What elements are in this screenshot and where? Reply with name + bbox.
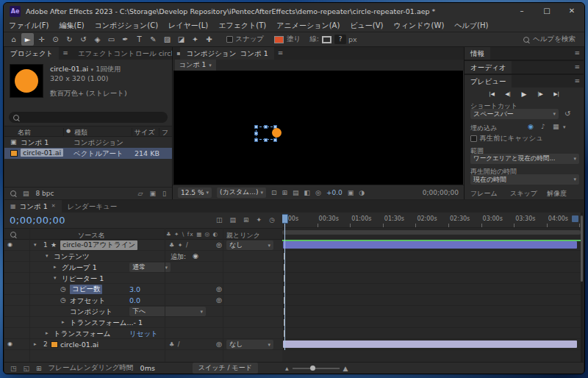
- tool-hand-icon[interactable]: ✛: [35, 33, 48, 46]
- panel-menu-icon[interactable]: ≡: [570, 47, 584, 60]
- property-value[interactable]: 0.0: [129, 296, 140, 304]
- timeline-row-9[interactable]: ▸トランスフォームリセット: [4, 328, 282, 339]
- minimize-button[interactable]: –: [509, 3, 534, 19]
- overlays-include-icon[interactable]: ▦: [553, 123, 559, 130]
- zoom-slider-thumb[interactable]: [310, 365, 315, 371]
- timeline-row-2[interactable]: ▾コンテンツ追加:◉: [4, 251, 282, 262]
- exposure-icon[interactable]: ◎: [315, 189, 321, 196]
- current-timecode[interactable]: 0;00;00;00: [10, 215, 65, 226]
- label-color-column-icon[interactable]: ●: [66, 128, 71, 134]
- expand-inout-icon[interactable]: ⊞: [36, 365, 42, 372]
- column-divider[interactable]: [132, 128, 132, 136]
- column-divider[interactable]: [159, 128, 159, 136]
- column-switches[interactable]: ♣ ✦ \ fx ▦ ◎ ◐: [166, 231, 218, 238]
- tool-pen-icon[interactable]: ✒: [119, 33, 132, 46]
- project-row-2[interactable]: circle-01.aiベクトルアート214 KB: [4, 148, 172, 159]
- menu-item-2[interactable]: 編集(E): [54, 19, 90, 32]
- current-time-indicator[interactable]: [284, 214, 285, 350]
- fill-color-swatch[interactable]: [274, 36, 284, 43]
- interpret-footage-icon[interactable]: ▤: [23, 190, 29, 197]
- stopwatch-icon[interactable]: ◷: [60, 296, 66, 304]
- chevron-down-icon[interactable]: ▾: [90, 67, 93, 73]
- show-snapshot-icon[interactable]: ◑: [359, 189, 365, 196]
- twirl-icon[interactable]: ▸: [46, 330, 49, 336]
- tool-eraser-icon[interactable]: ◪: [175, 33, 187, 46]
- project-search-input[interactable]: [9, 112, 168, 123]
- tab-render-queue[interactable]: レンダーキュー: [62, 200, 123, 213]
- tool-brush-icon[interactable]: ✎: [147, 33, 159, 46]
- mask-visibility-icon[interactable]: ▤: [293, 189, 299, 196]
- property-name[interactable]: コンテンツ: [54, 252, 90, 262]
- playhead-handle[interactable]: [282, 214, 288, 224]
- snapshot-icon[interactable]: ▣: [348, 189, 354, 196]
- snap-toggle[interactable]: スナップ: [226, 35, 264, 44]
- frame-blend-icon[interactable]: ⊞: [243, 216, 249, 224]
- selection-handle[interactable]: [254, 138, 258, 142]
- first-frame-button[interactable]: |◀: [486, 90, 498, 99]
- menu-item-3[interactable]: コンポジション(C): [90, 19, 163, 32]
- comp-timecode[interactable]: 0;00;00;00: [423, 189, 459, 196]
- menu-item-9[interactable]: ヘルプ(H): [449, 19, 493, 32]
- tab-info[interactable]: 情報: [465, 47, 490, 60]
- title-bar[interactable]: Ae Adobe After Effects 2023 - C:\Storage…: [4, 3, 584, 19]
- panel-menu-icon[interactable]: ≡: [570, 61, 584, 74]
- column-divider[interactable]: [63, 128, 64, 136]
- expand-layer-switches-icon[interactable]: ◳: [10, 365, 17, 372]
- property-name[interactable]: オフセット: [70, 296, 106, 306]
- tab-audio[interactable]: オーディオ: [465, 61, 512, 74]
- tool-shape-icon[interactable]: ▭: [105, 33, 118, 46]
- property-name[interactable]: グループ 1: [62, 263, 97, 273]
- twirl-icon[interactable]: ▸: [54, 264, 57, 270]
- zoom-dropdown[interactable]: 12.5 %▾: [178, 188, 212, 198]
- reset-link[interactable]: リセット: [129, 329, 158, 339]
- panel-menu-icon[interactable]: ≡: [570, 75, 584, 88]
- new-folder-icon[interactable]: ▱: [138, 190, 143, 197]
- cache-checkbox[interactable]: [470, 135, 477, 142]
- tab-preview[interactable]: プレビュー: [465, 75, 512, 88]
- motion-blur-icon[interactable]: ✦: [257, 216, 262, 224]
- timeline-row-10[interactable]: ◉▸2circle-01.ai♣ /◎なし▾: [4, 339, 282, 350]
- layer-duration-bar[interactable]: [283, 241, 577, 249]
- tool-clone-stamp-icon[interactable]: ▨: [161, 33, 173, 46]
- add-menu-icon[interactable]: ◉: [193, 252, 198, 260]
- property-name[interactable]: コピー数: [70, 285, 102, 294]
- tool-orbit-camera-icon[interactable]: ↻: [63, 33, 76, 46]
- layer-name[interactable]: circle-01.ai: [60, 340, 98, 349]
- play-button[interactable]: ▶: [518, 90, 530, 99]
- timeline-zoom-slider[interactable]: [293, 368, 340, 369]
- reset-icon[interactable]: ↺: [564, 110, 570, 118]
- video-include-eye-icon[interactable]: ◉: [528, 123, 534, 130]
- tool-roto-brush-icon[interactable]: ✦: [189, 33, 201, 46]
- maximize-button[interactable]: □: [534, 3, 559, 19]
- menu-item-6[interactable]: アニメーション(A): [271, 19, 345, 32]
- transparency-grid-icon[interactable]: ⊞: [282, 189, 287, 196]
- expand-transfer-controls-icon[interactable]: ◱: [24, 365, 30, 372]
- composition-viewport[interactable]: [173, 71, 463, 185]
- tool-pan-behind-icon[interactable]: ◈: [91, 33, 104, 46]
- pickwhip-icon[interactable]: ◎: [216, 296, 222, 304]
- close-button[interactable]: ✕: [559, 3, 584, 19]
- panel-menu-icon[interactable]: ≡: [59, 47, 72, 60]
- help-search-box[interactable]: ヘルプを検索: [523, 35, 581, 44]
- graph-editor-icon[interactable]: ◷: [269, 216, 275, 224]
- menu-item-4[interactable]: レイヤー(L): [163, 19, 213, 32]
- tab-effect-controls[interactable]: エフェクトコントロール circle-01: [72, 47, 172, 60]
- selection-handle[interactable]: [264, 138, 268, 142]
- menu-item-5[interactable]: エフェクト(T): [213, 19, 271, 32]
- new-composition-icon[interactable]: ▣: [150, 190, 157, 197]
- pickwhip-icon[interactable]: ◎: [216, 340, 222, 348]
- pickwhip-icon[interactable]: ◎: [216, 285, 222, 293]
- twirl-icon[interactable]: ▾: [34, 242, 37, 248]
- stroke-width-value[interactable]: ?: [334, 35, 346, 44]
- menu-item-7[interactable]: ビュー(V): [345, 19, 388, 32]
- menu-item-1[interactable]: ファイル(F): [4, 19, 54, 32]
- twirl-icon[interactable]: ▸: [62, 319, 65, 325]
- selection-handle[interactable]: [264, 125, 268, 129]
- tab-timeline-comp[interactable]: ▦ コンポ 1 ✕: [4, 200, 62, 213]
- comp-mini-flowchart-icon[interactable]: ◫: [216, 216, 223, 224]
- property-name[interactable]: トランスフォーム: [54, 329, 111, 339]
- property-value[interactable]: 3.0: [129, 285, 140, 293]
- value-dropdown[interactable]: 下へ▾: [129, 307, 206, 316]
- close-icon[interactable]: ✕: [51, 200, 56, 213]
- shortcut-dropdown[interactable]: スペースバー▾: [470, 109, 559, 119]
